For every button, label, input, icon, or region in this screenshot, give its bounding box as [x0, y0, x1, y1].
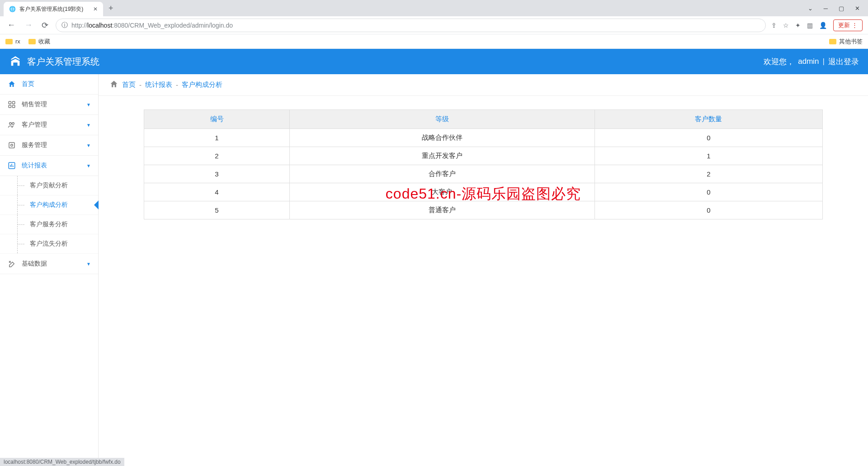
chevron-down-icon[interactable]: ⌄	[808, 5, 813, 12]
content-area: 首页 - 统计报表 - 客户构成分析 编号 等级 客户数量 1战略合作伙伴02重…	[99, 74, 868, 466]
share-icon[interactable]: ⇪	[771, 22, 777, 29]
breadcrumb-reports[interactable]: 统计报表	[145, 81, 172, 89]
tools-icon	[7, 260, 16, 268]
table-cell: 1	[144, 129, 290, 147]
window-controls: ⌄ ─ ▢ ✕	[808, 5, 868, 12]
folder-icon	[5, 39, 13, 44]
table-row: 3合作客户2	[144, 165, 823, 183]
sidebar-item-customers[interactable]: 客户管理 ▼	[0, 115, 98, 135]
site-info-icon[interactable]: ⓘ	[61, 21, 68, 29]
submenu-reports: 客户贡献分析 客户构成分析 客户服务分析 客户流失分析	[0, 176, 98, 254]
forward-button[interactable]: →	[23, 19, 34, 32]
maximize-icon[interactable]: ▢	[839, 5, 844, 12]
svg-rect-6	[9, 143, 14, 148]
bookmark-rx[interactable]: rx	[5, 38, 20, 45]
sidebar-item-label: 销售管理	[22, 100, 47, 109]
browser-chrome: 🌐 客户关系管理系统(19郭奕) ✕ + ⌄ ─ ▢ ✕ ← → ⟳ ⓘ htt…	[0, 0, 868, 49]
url-text: http://localhost:8080/CRM_Web_exploded/a…	[71, 22, 233, 29]
svg-point-5	[12, 123, 14, 125]
customer-composition-table: 编号 等级 客户数量 1战略合作伙伴02重点开发客户13合作客户24大客户05普…	[144, 109, 823, 219]
svg-point-7	[11, 144, 13, 147]
svg-rect-0	[9, 101, 11, 104]
chevron-down-icon: ▼	[86, 262, 91, 266]
submenu-churn[interactable]: 客户流失分析	[0, 234, 98, 254]
reading-list-icon[interactable]: ▥	[807, 22, 813, 29]
breadcrumb-home[interactable]: 首页	[122, 81, 136, 89]
breadcrumb-current[interactable]: 客户构成分析	[182, 81, 222, 89]
svg-rect-2	[9, 105, 11, 108]
tab-title: 客户关系管理系统(19郭奕)	[19, 5, 83, 13]
table-cell: 3	[144, 165, 290, 183]
chevron-down-icon: ▼	[86, 143, 91, 148]
browser-tab[interactable]: 🌐 客户关系管理系统(19郭奕) ✕	[4, 2, 103, 16]
update-button[interactable]: 更新⋮	[833, 19, 863, 31]
sidebar-item-label: 统计报表	[22, 162, 47, 170]
home-icon	[109, 80, 118, 90]
svg-rect-3	[13, 105, 15, 108]
tab-bar: 🌐 客户关系管理系统(19郭奕) ✕ + ⌄ ─ ▢ ✕	[0, 0, 868, 16]
table-header-row: 编号 等级 客户数量	[144, 110, 823, 129]
table-cell: 大客户	[290, 183, 595, 201]
submenu-service-analysis[interactable]: 客户服务分析	[0, 215, 98, 234]
minimize-icon[interactable]: ─	[824, 5, 828, 12]
table-cell: 2	[144, 147, 290, 165]
star-icon[interactable]: ☆	[783, 22, 789, 29]
separator: -	[139, 81, 142, 89]
submenu-contribution[interactable]: 客户贡献分析	[0, 176, 98, 195]
bookmark-favorites[interactable]: 收藏	[28, 38, 50, 46]
other-bookmarks[interactable]: 其他书签	[829, 38, 863, 46]
close-window-icon[interactable]: ✕	[855, 5, 860, 12]
folder-icon	[829, 39, 836, 44]
table-row: 4大客户0	[144, 183, 823, 201]
table-cell: 战略合作伙伴	[290, 129, 595, 147]
home-icon	[7, 80, 16, 88]
table-cell: 0	[594, 183, 822, 201]
sidebar-item-service[interactable]: 服务管理 ▼	[0, 135, 98, 156]
new-tab-button[interactable]: +	[103, 4, 119, 13]
sidebar: 首页 销售管理 ▼ 客户管理 ▼ 服务管理 ▼ 统计报表 ▼ 客户贡献分析 客户…	[0, 74, 99, 466]
username-link[interactable]: admin	[798, 57, 819, 66]
col-level: 等级	[290, 110, 595, 129]
table-cell: 0	[594, 129, 822, 147]
profile-icon[interactable]: 👤	[819, 22, 827, 29]
submenu-composition[interactable]: 客户构成分析	[0, 195, 98, 215]
table-cell: 重点开发客户	[290, 147, 595, 165]
nav-actions: ⇪ ☆ ✦ ▥ 👤 更新⋮	[771, 19, 863, 31]
chevron-down-icon: ▼	[86, 163, 91, 168]
browser-status-bar: localhost:8080/CRM_Web_exploded/tjbb/fwf…	[0, 458, 124, 466]
table-cell: 0	[594, 201, 822, 219]
logout-link[interactable]: 退出登录	[828, 57, 859, 67]
users-icon	[7, 121, 16, 129]
close-tab-icon[interactable]: ✕	[93, 6, 98, 12]
col-count: 客户数量	[594, 110, 822, 129]
chevron-down-icon: ▼	[86, 102, 91, 107]
bookmarks-bar: rx 收藏 其他书签	[0, 34, 868, 49]
logo-icon	[9, 55, 22, 68]
table-cell: 普通客户	[290, 201, 595, 219]
sidebar-item-reports[interactable]: 统计报表 ▼	[0, 156, 98, 176]
reload-button[interactable]: ⟳	[40, 19, 50, 32]
app-title: 客户关系管理系统	[27, 56, 99, 68]
table-cell: 2	[594, 165, 822, 183]
sidebar-item-label: 基础数据	[22, 260, 47, 268]
sidebar-item-home[interactable]: 首页	[0, 74, 98, 95]
nav-bar: ← → ⟳ ⓘ http://localhost:8080/CRM_Web_ex…	[0, 16, 868, 34]
divider: |	[823, 57, 825, 66]
sidebar-item-basedata[interactable]: 基础数据 ▼	[0, 254, 98, 274]
app-body: 首页 销售管理 ▼ 客户管理 ▼ 服务管理 ▼ 统计报表 ▼ 客户贡献分析 客户…	[0, 74, 868, 466]
back-button[interactable]: ←	[5, 19, 17, 32]
url-bar[interactable]: ⓘ http://localhost:8080/CRM_Web_exploded…	[56, 19, 766, 32]
table-container: 编号 等级 客户数量 1战略合作伙伴02重点开发客户13合作客户24大客户05普…	[99, 96, 868, 233]
app-header: 客户关系管理系统 欢迎您， admin | 退出登录	[0, 49, 868, 74]
col-id: 编号	[144, 110, 290, 129]
table-cell: 1	[594, 147, 822, 165]
table-row: 1战略合作伙伴0	[144, 129, 823, 147]
table-cell: 4	[144, 183, 290, 201]
table-row: 5普通客户0	[144, 201, 823, 219]
globe-icon: 🌐	[9, 6, 16, 12]
sidebar-item-sales[interactable]: 销售管理 ▼	[0, 95, 98, 115]
table-cell: 5	[144, 201, 290, 219]
header-right: 欢迎您， admin | 退出登录	[764, 57, 859, 67]
extensions-icon[interactable]: ✦	[795, 22, 801, 29]
welcome-text: 欢迎您，	[764, 57, 794, 67]
